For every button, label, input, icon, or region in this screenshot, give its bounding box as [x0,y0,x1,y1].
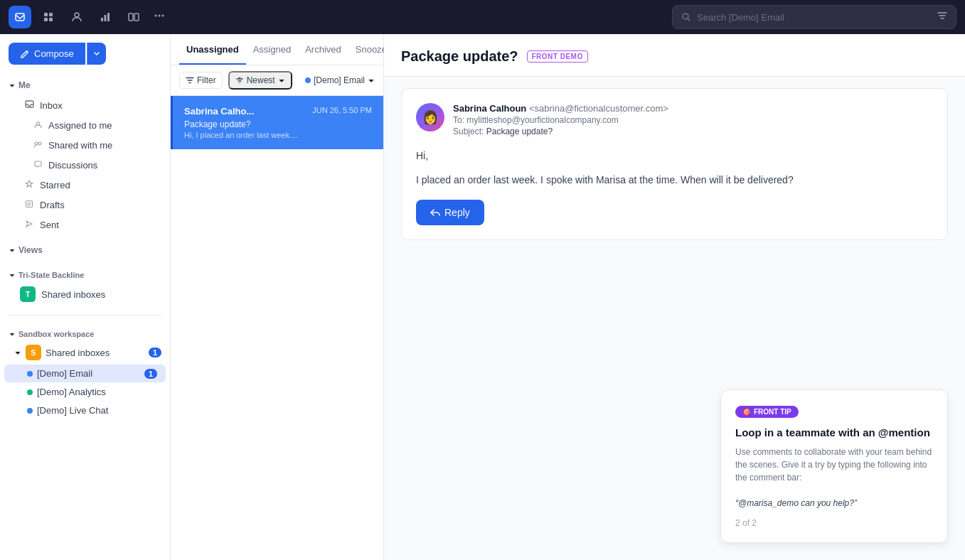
columns-icon[interactable] [122,6,145,28]
tabs-bar: Unassigned Assigned Archived Snoozed Tra… [171,34,383,65]
email-subject-meta: Subject: Package update? [453,126,668,136]
email-meta-text: Sabrina Calhoun <sabrina@fictionalcustom… [453,103,668,136]
email-meta: 👩 Sabrina Calhoun <sabrina@fictionalcust… [416,103,933,136]
sidebar-item-discussions[interactable]: Discussions [4,156,166,175]
demo-live-chat-dot [27,408,33,414]
svg-rect-0 [16,14,24,21]
front-tip-quote: “@marisa_demo can you help?” [735,498,857,508]
compose-label: Compose [34,48,74,59]
assigned-icon [33,121,43,131]
front-tip-badge: 🎯 FRONT TIP [735,406,799,418]
sort-button[interactable]: Newest [228,71,292,90]
email-detail-panel: Package update? FRONT DEMO 👩 Sabrina Cal… [384,34,965,560]
sandbox-shared-inboxes[interactable]: S Shared inboxes 1 [0,341,170,364]
inbox-item-demo-analytics[interactable]: [Demo] Analytics [4,383,166,401]
email-body-text: I placed an order last week. I spoke wit… [416,172,933,188]
svg-rect-4 [49,18,53,21]
filter-bar: Filter Newest [Demo] Email [171,65,383,96]
demo-analytics-label: [Demo] Analytics [37,387,106,397]
inbox-item-demo-live-chat[interactable]: [Demo] Live Chat [4,402,166,419]
svg-point-5 [75,13,79,17]
inbox-tag[interactable]: [Demo] Email [305,75,375,85]
sandbox-badge-count: 1 [149,348,161,357]
inbox-item-demo-email[interactable]: [Demo] Email 1 [4,365,166,382]
sidebar-item-sent[interactable]: Sent [4,215,166,235]
filter-icon[interactable] [937,11,947,23]
email-item-header: Sabrina Calho... JUN 26, 5:50 PM [184,106,372,117]
assigned-to-me-label: Assigned to me [48,120,112,131]
email-list-panel: Unassigned Assigned Archived Snoozed Tra… [171,34,384,560]
demo-email-count: 1 [144,369,157,379]
tri-state-header[interactable]: Tri-State Backline [0,265,170,282]
tab-archived[interactable]: Archived [298,34,348,65]
tri-state-shared-inboxes[interactable]: T Shared inboxes [0,282,170,306]
sidebar-item-starred[interactable]: Starred [4,176,166,195]
me-section: Me Inbox Assigned to me [0,73,170,238]
app-logo[interactable] [9,6,31,28]
reply-button[interactable]: Reply [416,200,484,225]
detail-scroll: 👩 Sabrina Calhoun <sabrina@fictionalcust… [384,77,965,560]
content-area: Unassigned Assigned Archived Snoozed Tra… [171,34,965,560]
sidebar: Compose Me Inbox [0,34,171,560]
svg-rect-1 [44,13,48,16]
demo-live-chat-label: [Demo] Live Chat [37,405,108,416]
inbox-icon [24,99,34,111]
discussions-icon [33,161,43,171]
me-header[interactable]: Me [0,76,170,95]
sandbox-section: Sandbox workspace S Shared inboxes 1 [De… [0,321,170,423]
front-tip-panel: 🎯 FRONT TIP Loop in a teammate with an @… [720,389,948,543]
svg-point-17 [35,142,38,145]
drafts-icon [24,200,34,210]
inbox-dot-blue [305,77,311,83]
drafts-label: Drafts [40,200,65,210]
svg-rect-9 [129,14,133,21]
views-header[interactable]: Views [0,241,170,259]
email-detail-header: Package update? FRONT DEMO [384,34,965,77]
svg-rect-7 [105,15,107,21]
email-subject-line: Package update? [184,119,372,129]
bar-chart-icon[interactable] [94,6,117,28]
email-sender: Sabrina Calho... [184,106,254,117]
sent-label: Sent [40,220,59,230]
filter-button[interactable]: Filter [179,72,223,89]
tri-state-label: Tri-State Backline [18,271,84,279]
sent-icon [24,220,34,230]
tri-state-section: Tri-State Backline T Shared inboxes [0,262,170,309]
tab-assigned[interactable]: Assigned [246,34,298,65]
email-item-0[interactable]: Sabrina Calho... JUN 26, 5:50 PM Package… [171,96,383,149]
sidebar-item-drafts[interactable]: Drafts [4,195,166,215]
email-preview: Hi, I placed an order last week.... [184,131,372,139]
s-badge: S [26,345,41,360]
discussions-label: Discussions [48,160,97,171]
starred-label: Starred [40,180,70,190]
svg-point-18 [38,142,41,145]
grid-icon[interactable] [37,6,60,28]
search-input[interactable] [697,12,932,23]
compose-button[interactable]: Compose [9,43,85,65]
sidebar-item-inbox[interactable]: Inbox [4,95,166,115]
person-icon[interactable] [65,6,88,28]
sidebar-item-shared-with-me[interactable]: Shared with me [4,136,166,155]
sandbox-header[interactable]: Sandbox workspace [0,324,170,341]
demo-analytics-dot [27,389,33,395]
main-layout: Compose Me Inbox [0,34,965,560]
compose-area: Compose [0,34,170,73]
svg-rect-8 [107,13,110,21]
star-icon [24,180,34,190]
demo-email-label: [Demo] Email [37,368,92,379]
sandbox-shared-inboxes-label: Shared inboxes [46,348,110,358]
front-tip-body: Use comments to collaborate with your te… [735,446,933,510]
sidebar-item-assigned-to-me[interactable]: Assigned to me [4,116,166,135]
front-demo-badge: FRONT DEMO [527,50,588,63]
search-bar [672,5,956,29]
sort-label: Newest [247,75,275,85]
svg-rect-10 [134,14,139,21]
compose-dropdown-button[interactable] [87,43,106,65]
more-icon[interactable] [154,10,165,24]
inbox-label: Inbox [40,100,63,111]
email-body: Hi, I placed an order last week. I spoke… [416,148,933,188]
svg-point-11 [155,15,157,17]
front-tip-pagination: 2 of 2 [735,518,933,528]
topbar [0,0,965,34]
tab-unassigned[interactable]: Unassigned [179,34,246,65]
